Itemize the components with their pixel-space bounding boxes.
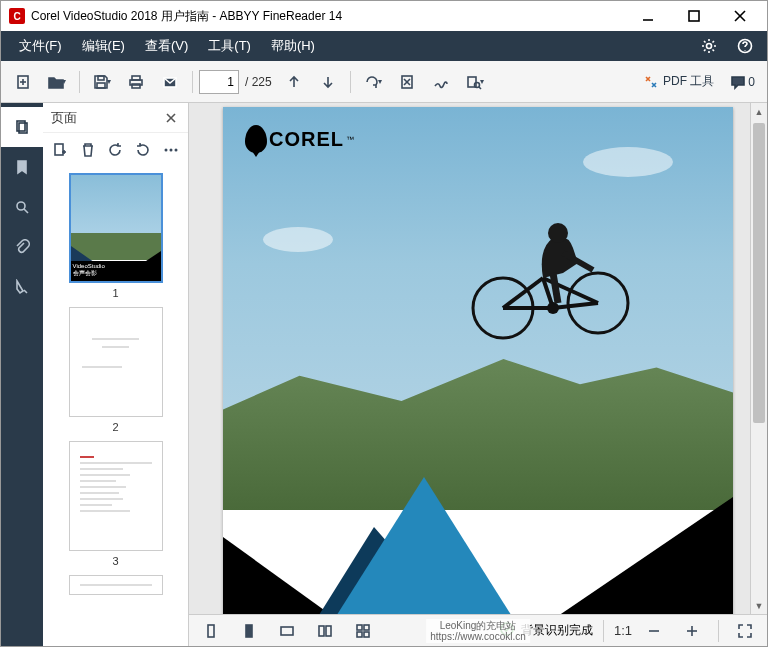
print-button[interactable] [120, 66, 152, 98]
window-title: Corel VideoStudio 2018 用户指南 - ABBYY Fine… [31, 8, 625, 25]
comments-count: 0 [748, 75, 755, 89]
delete-icon[interactable] [77, 138, 99, 162]
tab-pages[interactable] [1, 107, 43, 147]
svg-point-23 [17, 202, 25, 210]
signature-button[interactable] [425, 66, 457, 98]
thumb-3[interactable]: 3 [69, 441, 163, 567]
svg-point-4 [707, 44, 712, 49]
svg-rect-13 [132, 84, 140, 88]
view-twopage-cont-icon[interactable] [347, 615, 379, 647]
maximize-button[interactable] [671, 1, 717, 31]
viewer-scroll[interactable]: COREL™ [189, 103, 767, 614]
statusbar: LeoKing的充电站 https://www.cocokl.cn 背景识别完成… [189, 614, 767, 646]
titlebar: C Corel VideoStudio 2018 用户指南 - ABBYY Fi… [1, 1, 767, 31]
svg-point-41 [548, 223, 568, 243]
tab-search[interactable] [1, 187, 43, 227]
svg-rect-9 [98, 76, 104, 80]
prev-page-button[interactable] [278, 66, 310, 98]
toolbar: ▾ ▾ / 225 ▾ ▾ PDF 工具 0 [1, 61, 767, 103]
menu-tools[interactable]: 工具(T) [198, 31, 261, 61]
delete-page-button[interactable] [391, 66, 423, 98]
view-continuous-icon[interactable] [233, 615, 265, 647]
pdf-tools-button[interactable]: PDF 工具 [637, 69, 720, 94]
panel-close-button[interactable] [162, 109, 180, 127]
svg-rect-47 [319, 626, 324, 636]
menu-view[interactable]: 查看(V) [135, 31, 198, 61]
menu-edit[interactable]: 编辑(E) [72, 31, 135, 61]
svg-point-30 [165, 149, 168, 152]
scroll-down-icon[interactable]: ▼ [751, 597, 767, 614]
svg-point-32 [175, 149, 178, 152]
svg-line-24 [24, 209, 28, 213]
page-number-input[interactable] [199, 70, 239, 94]
svg-rect-45 [246, 625, 252, 637]
menubar: 文件(F) 编辑(E) 查看(V) 工具(T) 帮助(H) [1, 31, 767, 61]
sidebar-tabs [1, 103, 43, 646]
view-fitwidth-icon[interactable] [271, 615, 303, 647]
svg-rect-50 [364, 625, 369, 630]
page-total-label: / 225 [245, 75, 272, 89]
panel-toolbar [43, 133, 188, 167]
pdf-tools-label: PDF 工具 [663, 73, 714, 90]
biker-image [458, 208, 638, 351]
app-icon: C [9, 8, 25, 24]
main-area: 页面 VideoStudio会声会影 1 2 [1, 103, 767, 646]
tab-attachments[interactable] [1, 227, 43, 267]
more-icon[interactable] [160, 138, 182, 162]
svg-line-38 [553, 303, 598, 308]
svg-rect-46 [281, 627, 293, 635]
tab-signatures[interactable] [1, 267, 43, 307]
new-button[interactable] [7, 66, 39, 98]
svg-rect-1 [689, 11, 699, 21]
comments-button[interactable]: 0 [724, 70, 761, 94]
svg-point-40 [547, 302, 559, 314]
menu-file[interactable]: 文件(F) [9, 31, 72, 61]
status-text: 背景识别完成 [521, 622, 593, 639]
svg-point-31 [170, 149, 173, 152]
svg-line-43 [553, 273, 558, 303]
add-page-icon[interactable] [49, 138, 71, 162]
zoom-in-button[interactable] [676, 615, 708, 647]
view-twopage-icon[interactable] [309, 615, 341, 647]
menu-help[interactable]: 帮助(H) [261, 31, 325, 61]
minimize-button[interactable] [625, 1, 671, 31]
tab-bookmarks[interactable] [1, 147, 43, 187]
svg-rect-52 [364, 632, 369, 637]
thumb-2[interactable]: 2 [69, 307, 163, 433]
thumb-4[interactable] [69, 575, 163, 595]
save-button[interactable]: ▾ [86, 66, 118, 98]
mail-button[interactable] [154, 66, 186, 98]
scroll-up-icon[interactable]: ▲ [751, 103, 767, 120]
rotate-cw-icon[interactable] [132, 138, 154, 162]
view-single-icon[interactable] [195, 615, 227, 647]
rotate-ccw-icon[interactable] [105, 138, 127, 162]
thumbnail-list[interactable]: VideoStudio会声会影 1 2 3 [43, 167, 188, 646]
svg-rect-48 [326, 626, 331, 636]
page-content: COREL™ [223, 107, 733, 614]
next-page-button[interactable] [312, 66, 344, 98]
document-viewer: COREL™ [189, 103, 767, 646]
settings-icon[interactable] [695, 32, 723, 60]
corel-logo: COREL™ [245, 125, 354, 153]
lookup-button[interactable]: ▾ [459, 66, 491, 98]
rotate-button[interactable]: ▾ [357, 66, 389, 98]
pages-panel: 页面 VideoStudio会声会影 1 2 [43, 103, 189, 646]
watermark: LeoKing的充电站 https://www.cocokl.cn [426, 619, 530, 643]
svg-rect-44 [208, 625, 214, 637]
svg-rect-51 [357, 632, 362, 637]
fullscreen-button[interactable] [729, 615, 761, 647]
open-button[interactable]: ▾ [41, 66, 73, 98]
svg-rect-49 [357, 625, 362, 630]
panel-title: 页面 [51, 109, 162, 127]
svg-rect-10 [97, 83, 105, 88]
svg-line-35 [503, 278, 543, 308]
zoom-out-button[interactable] [638, 615, 670, 647]
svg-point-19 [474, 82, 479, 87]
vertical-scrollbar[interactable]: ▲ ▼ [750, 103, 767, 614]
scroll-thumb[interactable] [753, 123, 765, 423]
thumb-1[interactable]: VideoStudio会声会影 1 [69, 173, 163, 299]
help-icon[interactable] [731, 32, 759, 60]
svg-line-20 [479, 87, 481, 89]
close-button[interactable] [717, 1, 763, 31]
svg-rect-27 [55, 144, 63, 155]
